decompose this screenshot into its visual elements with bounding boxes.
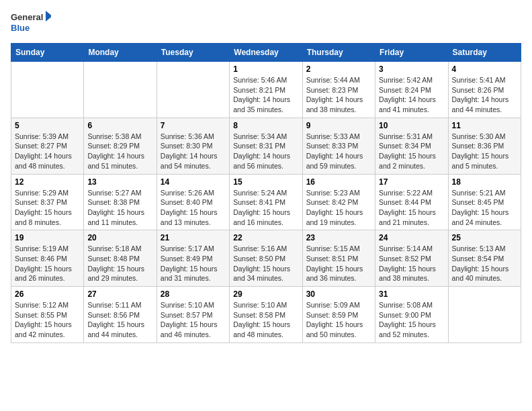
day-number: 6 bbox=[87, 121, 152, 130]
day-info: Sunrise: 5:27 AMSunset: 8:38 PMDaylight:… bbox=[87, 188, 152, 228]
calendar-cell: 16Sunrise: 5:23 AMSunset: 8:42 PMDayligh… bbox=[302, 174, 375, 230]
calendar-cell: 22Sunrise: 5:16 AMSunset: 8:50 PMDayligh… bbox=[230, 230, 302, 287]
day-info: Sunrise: 5:10 AMSunset: 8:58 PMDaylight:… bbox=[233, 300, 298, 340]
day-info: Sunrise: 5:19 AMSunset: 8:46 PMDaylight:… bbox=[15, 244, 80, 283]
calendar-cell: 29Sunrise: 5:10 AMSunset: 8:58 PMDayligh… bbox=[230, 287, 302, 343]
header-day: Saturday bbox=[448, 44, 521, 62]
calendar-cell: 11Sunrise: 5:30 AMSunset: 8:36 PMDayligh… bbox=[448, 118, 521, 174]
calendar-cell: 3Sunrise: 5:42 AMSunset: 8:24 PMDaylight… bbox=[375, 62, 448, 118]
day-number: 1 bbox=[233, 64, 298, 74]
day-number: 3 bbox=[379, 64, 444, 74]
calendar-cell bbox=[11, 62, 84, 118]
calendar-cell: 7Sunrise: 5:36 AMSunset: 8:30 PMDaylight… bbox=[157, 118, 229, 174]
day-info: Sunrise: 5:13 AMSunset: 8:54 PMDaylight:… bbox=[452, 244, 517, 283]
calendar-cell: 26Sunrise: 5:12 AMSunset: 8:55 PMDayligh… bbox=[11, 287, 84, 343]
day-info: Sunrise: 5:12 AMSunset: 8:55 PMDaylight:… bbox=[15, 300, 80, 340]
header-day: Friday bbox=[375, 44, 448, 62]
calendar-header: SundayMondayTuesdayWednesdayThursdayFrid… bbox=[11, 44, 521, 62]
day-number: 14 bbox=[161, 177, 226, 187]
calendar-body: 1Sunrise: 5:46 AMSunset: 8:21 PMDaylight… bbox=[11, 62, 521, 343]
header-day: Tuesday bbox=[157, 44, 229, 62]
logo: General Blue bbox=[11, 11, 51, 35]
day-info: Sunrise: 5:42 AMSunset: 8:24 PMDaylight:… bbox=[379, 75, 444, 115]
day-number: 4 bbox=[452, 64, 517, 74]
calendar-cell: 19Sunrise: 5:19 AMSunset: 8:46 PMDayligh… bbox=[11, 230, 84, 287]
calendar-cell: 1Sunrise: 5:46 AMSunset: 8:21 PMDaylight… bbox=[230, 62, 302, 118]
day-info: Sunrise: 5:46 AMSunset: 8:21 PMDaylight:… bbox=[233, 75, 298, 115]
calendar-cell: 15Sunrise: 5:24 AMSunset: 8:41 PMDayligh… bbox=[230, 174, 302, 230]
page-header: General Blue bbox=[11, 11, 521, 35]
day-number: 16 bbox=[306, 177, 371, 187]
calendar-week-row: 1Sunrise: 5:46 AMSunset: 8:21 PMDaylight… bbox=[11, 62, 521, 118]
day-number: 5 bbox=[15, 121, 80, 130]
day-number: 27 bbox=[87, 289, 152, 299]
day-number: 2 bbox=[306, 64, 371, 74]
day-info: Sunrise: 5:31 AMSunset: 8:34 PMDaylight:… bbox=[379, 132, 444, 171]
calendar-cell: 4Sunrise: 5:41 AMSunset: 8:26 PMDaylight… bbox=[448, 62, 521, 118]
day-number: 19 bbox=[15, 233, 80, 242]
calendar-cell bbox=[448, 287, 521, 343]
calendar-cell: 2Sunrise: 5:44 AMSunset: 8:23 PMDaylight… bbox=[302, 62, 375, 118]
calendar-cell: 17Sunrise: 5:22 AMSunset: 8:44 PMDayligh… bbox=[375, 174, 448, 230]
day-info: Sunrise: 5:15 AMSunset: 8:51 PMDaylight:… bbox=[306, 244, 371, 283]
day-number: 25 bbox=[452, 233, 517, 242]
day-number: 13 bbox=[87, 177, 152, 187]
day-number: 12 bbox=[15, 177, 80, 187]
day-info: Sunrise: 5:36 AMSunset: 8:30 PMDaylight:… bbox=[161, 132, 226, 171]
day-number: 20 bbox=[87, 233, 152, 242]
day-info: Sunrise: 5:22 AMSunset: 8:44 PMDaylight:… bbox=[379, 188, 444, 228]
day-number: 23 bbox=[306, 233, 371, 242]
day-info: Sunrise: 5:24 AMSunset: 8:41 PMDaylight:… bbox=[233, 188, 298, 228]
day-info: Sunrise: 5:30 AMSunset: 8:36 PMDaylight:… bbox=[452, 132, 517, 171]
day-number: 11 bbox=[452, 121, 517, 130]
day-info: Sunrise: 5:23 AMSunset: 8:42 PMDaylight:… bbox=[306, 188, 371, 228]
day-number: 8 bbox=[233, 121, 298, 130]
calendar-cell: 6Sunrise: 5:38 AMSunset: 8:29 PMDaylight… bbox=[84, 118, 157, 174]
day-info: Sunrise: 5:26 AMSunset: 8:40 PMDaylight:… bbox=[161, 188, 226, 228]
calendar-cell: 9Sunrise: 5:33 AMSunset: 8:33 PMDaylight… bbox=[302, 118, 375, 174]
day-info: Sunrise: 5:18 AMSunset: 8:48 PMDaylight:… bbox=[87, 244, 152, 283]
day-number: 30 bbox=[306, 289, 371, 299]
calendar-cell: 14Sunrise: 5:26 AMSunset: 8:40 PMDayligh… bbox=[157, 174, 229, 230]
calendar-table: SundayMondayTuesdayWednesdayThursdayFrid… bbox=[11, 43, 521, 343]
day-info: Sunrise: 5:09 AMSunset: 8:59 PMDaylight:… bbox=[306, 300, 371, 340]
calendar-cell: 28Sunrise: 5:10 AMSunset: 8:57 PMDayligh… bbox=[157, 287, 229, 343]
svg-marker-2 bbox=[46, 11, 51, 21]
calendar-cell: 8Sunrise: 5:34 AMSunset: 8:31 PMDaylight… bbox=[230, 118, 302, 174]
day-number: 7 bbox=[161, 121, 226, 130]
calendar-cell bbox=[84, 62, 157, 118]
calendar-cell: 13Sunrise: 5:27 AMSunset: 8:38 PMDayligh… bbox=[84, 174, 157, 230]
day-info: Sunrise: 5:08 AMSunset: 9:00 PMDaylight:… bbox=[379, 300, 444, 340]
header-day: Monday bbox=[84, 44, 157, 62]
day-number: 31 bbox=[379, 289, 444, 299]
calendar-cell: 18Sunrise: 5:21 AMSunset: 8:45 PMDayligh… bbox=[448, 174, 521, 230]
svg-text:General: General bbox=[11, 12, 43, 22]
day-info: Sunrise: 5:33 AMSunset: 8:33 PMDaylight:… bbox=[306, 132, 371, 171]
header-day: Wednesday bbox=[230, 44, 302, 62]
day-number: 29 bbox=[233, 289, 298, 299]
day-info: Sunrise: 5:11 AMSunset: 8:56 PMDaylight:… bbox=[87, 300, 152, 340]
day-number: 15 bbox=[233, 177, 298, 187]
day-number: 18 bbox=[452, 177, 517, 187]
calendar-week-row: 19Sunrise: 5:19 AMSunset: 8:46 PMDayligh… bbox=[11, 230, 521, 287]
day-number: 10 bbox=[379, 121, 444, 130]
logo-svg: General Blue bbox=[11, 11, 51, 35]
day-info: Sunrise: 5:41 AMSunset: 8:26 PMDaylight:… bbox=[452, 75, 517, 115]
calendar-cell: 12Sunrise: 5:29 AMSunset: 8:37 PMDayligh… bbox=[11, 174, 84, 230]
day-number: 21 bbox=[161, 233, 226, 242]
day-info: Sunrise: 5:14 AMSunset: 8:52 PMDaylight:… bbox=[379, 244, 444, 283]
calendar-cell: 23Sunrise: 5:15 AMSunset: 8:51 PMDayligh… bbox=[302, 230, 375, 287]
calendar-cell: 5Sunrise: 5:39 AMSunset: 8:27 PMDaylight… bbox=[11, 118, 84, 174]
calendar-cell: 21Sunrise: 5:17 AMSunset: 8:49 PMDayligh… bbox=[157, 230, 229, 287]
calendar-cell bbox=[157, 62, 229, 118]
calendar-week-row: 12Sunrise: 5:29 AMSunset: 8:37 PMDayligh… bbox=[11, 174, 521, 230]
calendar-cell: 20Sunrise: 5:18 AMSunset: 8:48 PMDayligh… bbox=[84, 230, 157, 287]
day-info: Sunrise: 5:44 AMSunset: 8:23 PMDaylight:… bbox=[306, 75, 371, 115]
day-number: 24 bbox=[379, 233, 444, 242]
day-info: Sunrise: 5:17 AMSunset: 8:49 PMDaylight:… bbox=[161, 244, 226, 283]
calendar-week-row: 5Sunrise: 5:39 AMSunset: 8:27 PMDaylight… bbox=[11, 118, 521, 174]
day-info: Sunrise: 5:29 AMSunset: 8:37 PMDaylight:… bbox=[15, 188, 80, 228]
day-number: 28 bbox=[161, 289, 226, 299]
header-day: Thursday bbox=[302, 44, 375, 62]
calendar-cell: 27Sunrise: 5:11 AMSunset: 8:56 PMDayligh… bbox=[84, 287, 157, 343]
